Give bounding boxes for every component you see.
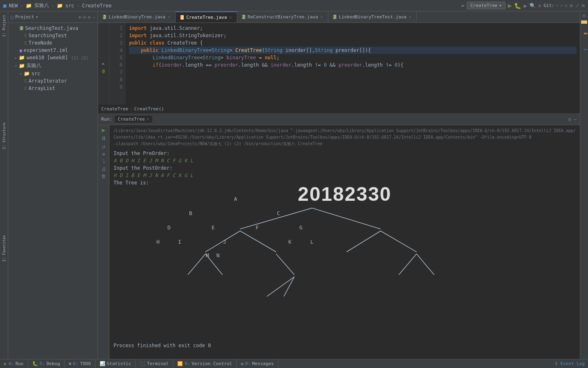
maximize-icon[interactable]: ⤢ [575,3,579,9]
tree-item-iml[interactable]: ▦ experiment7.iml [8,47,98,54]
messages-tab-label: Messages [252,361,274,366]
bottom-tab-messages[interactable]: ✉ 0: Messages [237,359,278,368]
run-print-icon[interactable]: 🖨 [101,166,106,172]
node-C: C [277,210,280,217]
postorder-prompt: Input the PostOrder: [114,164,576,172]
run-icon[interactable]: ▶ [508,2,512,9]
run-stop-icon[interactable]: ⏸ [101,135,107,141]
svg-line-8 [276,254,294,275]
bottom-tab-run[interactable]: ▶ 4: Run [0,359,28,368]
close-sidebar-icon[interactable]: − [92,14,95,20]
node-F: F [256,224,259,231]
bottom-tabs: ▶ 4: Run 🐛 5: Debug ≡ 6: TODO 📊 Statisti… [0,359,588,368]
tab-label3: ReConstructBinaryTree.java [248,14,318,20]
search-everywhere-icon[interactable]: 🔍 [530,3,536,9]
git-refresh-icon[interactable]: ↻ [565,3,568,8]
tree-item-array-list[interactable]: C ArrayList [8,85,98,92]
app-title: NEW [9,3,18,9]
event-log-label[interactable]: Event Log [560,361,585,366]
tree-item-array-iterator[interactable]: C ArrayIterator [8,77,98,85]
tab-create-tree[interactable]: J CreateTree.java × [176,11,237,22]
todo-tab-label: TODO [80,361,91,366]
tree-item-src[interactable]: ▾ 📁 src [8,70,98,77]
left-gutter-favorites[interactable]: 2: Favorites [1,233,7,263]
tree-item-lab8[interactable]: ▾ 📁 实验八 [8,61,98,70]
close-run-icon[interactable]: × [147,117,149,121]
close-tab4[interactable]: × [409,15,411,19]
top-separator1: › [20,3,23,9]
node-J: J [223,238,226,246]
right-bar-collapse[interactable]: ⊟ [580,11,588,20]
tree-item-searching-test[interactable]: C SearchingTest [8,32,98,39]
todo-tab-icon: ≡ [69,361,71,366]
settings-sidebar-icon[interactable]: ⚙ [88,14,91,20]
bottom-tab-terminal[interactable]: ⬛ Terminal [136,359,173,368]
expand-gutter-6[interactable]: ▶ [102,61,105,66]
dropdown-arrow[interactable]: ▾ [36,15,38,19]
run-config-tab[interactable]: CreateTree × [115,116,152,123]
bottom-tab-debug[interactable]: 🐛 5: Debug [28,359,65,368]
bc-item2[interactable]: CreatTree() [134,106,164,112]
run-scroll-icon[interactable]: ⤵ [102,159,105,164]
tree-item-searching-test-java[interactable]: J SearchingTest.java [8,25,98,32]
week10-sub2: (2) [81,56,88,60]
class-label: SearchingTest [29,33,67,38]
ann-marker-7: @ [102,69,105,73]
left-gutter-project[interactable]: 1: Project [1,13,7,38]
active-file-label: CreateTree [82,3,111,9]
folder-lab8-icon: 📁 [19,63,25,69]
file-label: SearchingTest.java [25,25,78,31]
node-A: A [234,195,237,203]
tree-item-week10[interactable]: ▸ 📁 week10 [week8] (1) (2) [8,54,98,61]
tree-item-tree-node[interactable]: C TreeNode [8,39,98,47]
folder-icon: 📁 [26,3,32,9]
run-settings-icon[interactable]: ⚙ [102,151,105,157]
editor-area: ▶ @ 1 2 3 4 5 6 7 8 9 [98,23,580,105]
minimize-run-icon[interactable]: − [574,117,577,122]
close-tab2[interactable]: × [229,15,232,20]
bottom-tab-statistic[interactable]: 📊 Statistic [96,359,136,368]
tab-reconstruct[interactable]: J ReConstructBinaryTree.java × [237,11,328,22]
locate-icon[interactable]: ⊕ [78,14,81,20]
close-tab1[interactable]: × [168,15,170,19]
undo-icon[interactable]: ↩ [461,3,464,9]
breadcrumb-bar: CreateTree › CreatTree() [98,105,580,114]
left-gutter-structure[interactable]: 2: Structure [1,121,7,151]
close-tab3[interactable]: × [321,15,323,19]
run-config-name: CreateTree [118,117,145,122]
git-checkmark1: ✓ [556,3,559,8]
code-editor[interactable]: import java.util.Scanner; import java.ut… [126,23,580,105]
collapse-icon[interactable]: ⊟ [83,14,86,20]
settings-run-icon[interactable]: ⚙ [568,117,571,122]
run-play-icon[interactable]: ▶ [102,127,105,133]
run-with-coverage-icon[interactable]: ▶̈ [523,2,527,9]
git-label: Git: [543,3,555,8]
search-icon[interactable]: ⊠ [582,3,585,9]
bottom-tab-vcs[interactable]: 🔀 9: Version Control [173,359,237,368]
run-header: Run: CreateTree × ⚙ − [98,114,580,125]
tab-test[interactable]: J LinkedBinaryTreeTest.java × [328,11,417,22]
svg-line-3 [240,231,276,252]
vcs-icon[interactable]: ⊞ [570,3,573,9]
terminal-tab-label: Terminal [147,361,169,366]
expand-icon3: ▾ [20,72,22,76]
debug-icon[interactable]: 🐛 [514,2,521,9]
project-name: 实验八 [34,2,49,9]
git-checkmark2: ✓ [560,3,563,8]
run-config-dropdown[interactable]: CreateTree ▾ [467,2,506,9]
bc-item1[interactable]: CreateTree [101,106,128,112]
src-tree-label: src [31,71,40,76]
run-clear-icon[interactable]: 🗑 [101,173,106,179]
svg-line-4 [347,231,381,252]
bottom-tab-todo[interactable]: ≡ 6: TODO [65,359,95,368]
tab-linked-binary-tree[interactable]: J LinkedBinaryTree.java × [98,11,176,22]
node-K: K [288,238,292,246]
settings-icon[interactable]: ⚙ [538,3,541,9]
folder-src-icon: 📁 [24,71,30,76]
svg-line-10 [416,254,434,275]
right-area: J LinkedBinaryTree.java × J CreateTree.j… [98,11,580,359]
run-rerun-icon[interactable]: ↺ [102,143,105,150]
run-config-label: CreateTree [470,3,497,8]
class-icon4: C [24,86,27,91]
code-line-4: import java.util.StringTokenizer; [129,32,577,39]
